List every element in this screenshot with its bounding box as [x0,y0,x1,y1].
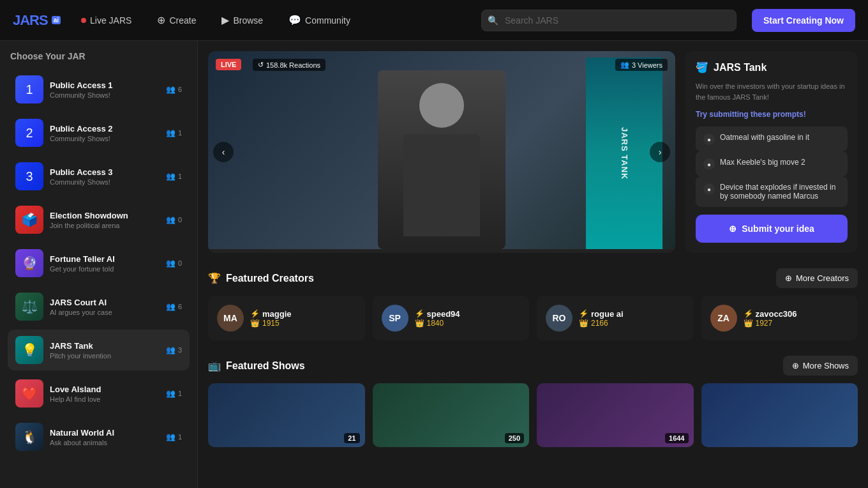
nav-live[interactable]: Live JARS [76,13,137,28]
nav-browse[interactable]: ▶ Browse [216,11,268,29]
more-creators-button[interactable]: ⊕ More Creators [776,268,858,288]
video-player: JARS TANK [208,51,675,249]
prompt-item-0[interactable]: ● Oatmeal with gasoline in it [696,126,848,151]
sidebar-viewers-election: 👥 0 [166,215,182,224]
creator-info: ⚡ speed94 👑 1840 [415,309,460,328]
show-card-0[interactable]: 21 [208,383,365,447]
creator-top: MA ⚡ maggie 👑 1915 [217,305,356,332]
creator-top: RO ⚡ rogue ai 👑 2166 [546,305,685,332]
submit-idea-button[interactable]: ⊕ Submit your idea [696,215,848,243]
video-presenter [378,70,505,249]
sidebar-info-nature: Natural World AI Ask about animals [50,428,166,446]
creator-top: SP ⚡ speed94 👑 1840 [382,305,521,332]
submit-icon: ⊕ [729,224,737,234]
viewers-icon: 👥 [166,215,176,224]
show-card-1[interactable]: 250 [373,383,530,447]
verified-icon: ⚡ [579,309,588,318]
sidebar-thumb-icon: 🔮 [22,255,38,271]
sidebar-item-fortune[interactable]: 🔮 Fortune Teller AI Get your fortune tol… [8,243,190,284]
sidebar-thumb-love: ❤️ [15,379,43,408]
creator-card-rogue ai[interactable]: RO ⚡ rogue ai 👑 2166 [537,296,694,340]
submit-label: Submit your idea [742,224,814,234]
search-input[interactable] [481,10,737,31]
prompt-item-1[interactable]: ● Max Keeble's big move 2 [696,151,848,176]
score-value: 1915 [262,319,280,328]
show-card-2[interactable]: 1644 [537,383,694,447]
sidebar-item-election[interactable]: 🗳️ Election Showdown Join the political … [8,199,190,240]
creator-score: 👑 1927 [744,319,797,328]
sidebar-title: Choose Your JAR [8,51,190,61]
sidebar-thumb-icon: 1 [26,82,33,97]
sidebar-thumb-icon: 3 [26,169,33,184]
sidebar-item-love[interactable]: ❤️ Love AIsland Help AI find love 👥 1 [8,373,190,414]
panel-title-text: JARS Tank [714,62,767,73]
sidebar-info-court: JARS Court AI AI argues your case [50,298,166,316]
sidebar-thumb-icon: ⚖️ [22,299,38,314]
sidebar-info-love: Love AIsland Help AI find love [50,385,166,403]
sidebar-item-public1[interactable]: 1 Public Access 1 Community Shows! 👥 6 [8,69,190,110]
sidebar-item-tank[interactable]: 💡 JARS Tank Pitch your invention 👥 3 [8,330,190,370]
panel-title: 🪣 JARS Tank [696,61,848,73]
nav-browse-label: Browse [233,15,263,26]
shows-header: 📺 Featured Shows ⊕ More Shows [208,356,858,376]
creator-card-speed94[interactable]: SP ⚡ speed94 👑 1840 [373,296,530,340]
start-creating-button[interactable]: Start Creating Now [752,9,855,32]
video-next-button[interactable]: › [650,142,670,162]
viewers-count: 6 [178,86,182,93]
viewers-count: 1 [178,129,182,137]
sidebar-viewers-love: 👥 1 [166,389,182,398]
sidebar-thumb-icon: 🗳️ [22,212,38,227]
nav-create[interactable]: ⊕ Create [152,11,201,29]
crown-icon: 👑 [415,319,424,328]
creator-score: 👑 1840 [415,319,460,328]
panel-subtitle: Win over the investors with your startup… [696,81,848,102]
sidebar-item-nature[interactable]: 🐧 Natural World AI Ask about animals 👥 1 [8,416,190,457]
creator-avatar-rogue ai: RO [546,305,572,332]
prompt-text-1: Max Keeble's big move 2 [720,158,805,167]
prompt-bullet: ● [703,158,715,170]
creators-title: 🏆 Featured Creators [208,272,314,284]
sidebar-viewers-nature: 👥 1 [166,432,182,441]
navbar: JARSai Live JARS ⊕ Create ▶ Browse 💬 Com… [0,0,868,41]
nav-create-label: Create [169,15,196,26]
panel-prompts: ● Oatmeal with gasoline in it ● Max Keeb… [696,126,848,207]
sidebar-item-public2[interactable]: 2 Public Access 2 Community Shows! 👥 1 [8,112,190,153]
sidebar-thumb-icon: 2 [26,126,33,141]
more-creators-label: More Creators [796,273,849,283]
nav-community-label: Community [305,15,350,26]
shows-title-text: Featured Shows [226,360,305,372]
creator-info: ⚡ zavocc306 👑 1927 [744,309,797,328]
score-value: 2166 [591,319,608,328]
score-value: 1840 [427,319,444,328]
sidebar-info-public3: Public Access 3 Community Shows! [50,167,166,186]
creator-card-maggie[interactable]: MA ⚡ maggie 👑 1915 [208,296,365,340]
viewers-count: 1 [178,172,182,180]
video-prev-button[interactable]: ‹ [213,142,234,162]
nav-community[interactable]: 💬 Community [283,11,355,29]
sidebar-thumb-icon: ❤️ [22,386,38,401]
viewers-count: 0 [178,259,182,267]
creator-top: ZA ⚡ zavocc306 👑 1927 [710,305,849,332]
sidebar-info-election: Election Showdown Join the political are… [50,211,166,229]
live-badge: LIVE [216,59,241,70]
viewers-icon: 👥 [166,128,176,137]
creator-card-zavocc306[interactable]: ZA ⚡ zavocc306 👑 1927 [701,296,858,340]
prompt-item-2[interactable]: ● Device that explodes if invested in by… [696,176,848,207]
creator-name-row: ⚡ speed94 [415,309,460,319]
sidebar-viewers-tank: 👥 3 [166,346,182,355]
sidebar-thumb-nature: 🐧 [15,423,43,451]
reactions-icon: ↺ [258,61,264,69]
more-shows-button[interactable]: ⊕ More Shows [783,356,858,376]
prompt-bullet: ● [703,183,715,195]
shows-title: 📺 Featured Shows [208,360,305,372]
show-panel: 🪣 JARS Tank Win over the investors with … [685,51,858,253]
sidebar-item-court[interactable]: ⚖️ JARS Court AI AI argues your case 👥 6 [8,286,190,327]
logo[interactable]: JARSai [13,12,61,29]
sidebar-name-public2: Public Access 2 [50,124,166,133]
sidebar-name-tank: JARS Tank [50,341,166,351]
more-shows-label: More Shows [803,361,849,370]
sidebar-item-public3[interactable]: 3 Public Access 3 Community Shows! 👥 1 [8,156,190,197]
show-card-3[interactable] [701,383,858,447]
verified-icon: ⚡ [744,309,753,318]
logo-ai-badge: ai [52,16,61,24]
